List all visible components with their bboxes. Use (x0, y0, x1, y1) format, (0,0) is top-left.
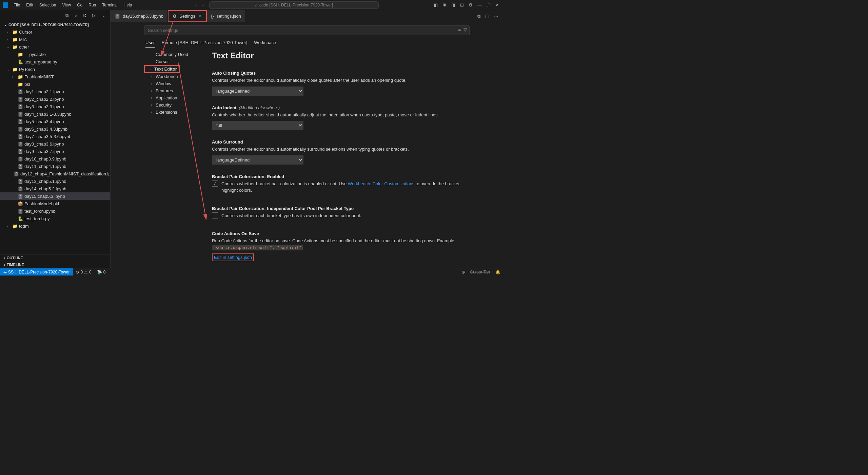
notifications-icon[interactable]: 🔔 (493, 270, 503, 274)
remote-indicator[interactable]: ⇋ SSH: DELL-Precision-7920-Tower (0, 268, 73, 276)
scope-tab[interactable]: User (145, 40, 155, 48)
menu-help[interactable]: Help (121, 1, 135, 9)
chevron-icon: ⌄ (7, 45, 11, 49)
new-tab-icon[interactable]: ⧉ (477, 14, 480, 19)
menu-go[interactable]: Go (74, 1, 85, 9)
menu-run[interactable]: Run (86, 1, 99, 9)
explorer-title[interactable]: CODE [SSH: DELL-PRECISION-7920-TOWER] (0, 21, 110, 28)
toc-item[interactable]: Cursor (144, 58, 202, 65)
split-editor-icon[interactable]: ▢ (485, 14, 489, 19)
setting-checkbox[interactable] (212, 180, 218, 187)
tree-item[interactable]: 📦FashionModel.pkl (0, 200, 110, 207)
close-tab-icon[interactable]: ✕ (198, 14, 202, 19)
tree-item[interactable]: 📁__pycache__ (0, 51, 110, 58)
debug-icon[interactable]: ▷ (92, 13, 96, 18)
timeline-section[interactable]: TIMELINE (0, 261, 110, 268)
zoom-icon[interactable]: ⊕ (459, 270, 468, 274)
tree-item[interactable]: 📓day12_chap4_FashionMNIST_classification… (0, 170, 110, 177)
tree-item[interactable]: ⌄📁PyTorch (0, 65, 110, 73)
maximize-icon[interactable]: ▢ (487, 2, 491, 7)
toc-item[interactable]: ›Application (144, 94, 202, 101)
chevron-right-icon (4, 263, 5, 267)
toc-item[interactable]: ›Text Editor (144, 65, 180, 73)
chevron-right-icon: › (151, 103, 154, 107)
menu-edit[interactable]: Edit (23, 1, 36, 9)
tree-item[interactable]: ›📁Cursor (0, 28, 110, 36)
toc-item[interactable]: ›Workbench (144, 73, 202, 80)
tree-item[interactable]: ›📁MIA (0, 36, 110, 43)
close-window-icon[interactable]: ✕ (495, 2, 499, 7)
ports-status[interactable]: 📡0 (94, 270, 108, 274)
problems-status[interactable]: ⊘0 ⚠0 (73, 270, 94, 274)
toc-item[interactable]: ›Security (144, 101, 202, 109)
setting-select[interactable]: languageDefined (212, 87, 303, 96)
tree-item[interactable]: 📓day14_chap5.2.ipynb (0, 185, 110, 192)
tree-item[interactable]: 📓day3_chap2.3.ipynb (0, 103, 110, 110)
tree-item[interactable]: 📓test_torch.ipynb (0, 207, 110, 215)
tree-item[interactable]: ›📁tqdm (0, 222, 110, 230)
edit-in-settings-json-link[interactable]: Edit in settings.json (212, 253, 254, 261)
tree-item[interactable]: 📓day7_chap3.5-3.6.ipynb (0, 133, 110, 140)
layout-sidebar-right-icon[interactable]: ◨ (451, 2, 455, 7)
tree-item[interactable]: ›📁pkl (0, 80, 110, 88)
settings-search-input[interactable] (144, 25, 470, 35)
menu-file[interactable]: File (11, 1, 23, 9)
tree-item[interactable]: 📓day9_chap3.7.ipynb (0, 148, 110, 155)
cursor-tab-status[interactable]: Cursor Tab (468, 270, 493, 274)
setting-title: Auto Indent (Modified elsewhere) (212, 105, 470, 110)
toc-item[interactable]: Commonly Used (144, 51, 202, 58)
new-file-icon[interactable]: ⧉ (65, 13, 68, 18)
nav-forward-icon[interactable]: → (201, 2, 205, 7)
tree-label: day7_chap3.5-3.6.ipynb (24, 134, 72, 139)
tree-label: day9_chap3.7.ipynb (24, 149, 64, 154)
tree-item[interactable]: ⌄📁other (0, 43, 110, 51)
search-icon[interactable]: ⌕ (75, 13, 77, 18)
tree-item[interactable]: 🐍test_torch.py (0, 215, 110, 222)
minimize-icon[interactable]: — (477, 2, 482, 7)
layout-panel-icon[interactable]: ▣ (442, 2, 447, 7)
tree-item[interactable]: 📓day5_chap3.4.ipynb (0, 118, 110, 125)
source-control-icon[interactable]: ⑆ (83, 13, 86, 18)
chevron-right-icon: › (151, 75, 154, 78)
editor-tab[interactable]: ⚙Settings✕ (168, 10, 207, 22)
menu-view[interactable]: View (59, 1, 74, 9)
tree-item[interactable]: 🐍test_argparse.py (0, 58, 110, 65)
menu-terminal[interactable]: Terminal (99, 1, 120, 9)
scope-tab[interactable]: Remote [SSH: DELL-Precision-7920-Tower] (161, 40, 247, 48)
clear-search-icon[interactable]: ≡ (458, 27, 461, 32)
tree-item[interactable]: 📓day13_chap5.1.ipynb (0, 177, 110, 185)
tree-item[interactable]: 📓day11_chap4.1.ipynb (0, 163, 110, 170)
editor-tab[interactable]: {}settings.json (207, 10, 245, 22)
tree-item[interactable]: 📓day10_chap3.9.ipynb (0, 155, 110, 163)
tree-item[interactable]: 📓day4_chap3.1-3.3.ipynb (0, 110, 110, 118)
tree-label: test_torch.ipynb (24, 209, 56, 214)
more-actions-icon[interactable]: ⋯ (494, 14, 498, 19)
toc-item[interactable]: ›Extensions (144, 109, 202, 116)
toc-item[interactable]: ›Features (144, 87, 202, 94)
setting-select[interactable]: full (212, 121, 303, 130)
explorer-sidebar: ⧉ ⌕ ⑆ ▷ ⌄ CODE [SSH: DELL-PRECISION-7920… (0, 10, 111, 268)
tree-item[interactable]: 📓day2_chap2.2.ipynb (0, 95, 110, 103)
setting-select[interactable]: languageDefined (212, 155, 303, 165)
menu-selection[interactable]: Selection (37, 1, 59, 9)
toc-item[interactable]: ›Window (144, 80, 202, 87)
layout-sidebar-left-icon[interactable]: ◧ (434, 2, 438, 7)
gear-icon[interactable]: ⚙ (469, 2, 473, 7)
workbench-color-link[interactable]: Workbench: Color Customizations (348, 181, 414, 186)
tree-item[interactable]: 📓day8_chap3.6.ipynb (0, 140, 110, 148)
filter-icon[interactable]: ▽ (463, 27, 467, 32)
nav-back-icon[interactable]: ← (194, 2, 198, 7)
editor-tab[interactable]: 📓day15.chap5.3.ipynb (111, 10, 168, 22)
tree-item[interactable]: ›📁FashionMNIST (0, 73, 110, 80)
more-icon[interactable]: ⌄ (102, 13, 105, 18)
tree-item[interactable]: 📓day1_chap2.1.ipynb (0, 88, 110, 95)
customize-layout-icon[interactable]: ⊞ (460, 2, 464, 7)
chevron-right-icon: › (151, 82, 154, 86)
command-center[interactable]: ⌕ code [SSH: DELL-Precision-7920-Tower] (209, 1, 379, 9)
outline-section[interactable]: OUTLINE (0, 254, 110, 261)
nb-icon: 📓 (18, 127, 23, 132)
setting-checkbox[interactable] (212, 212, 218, 218)
tree-item[interactable]: 📓day6_chap3.4.3.ipynb (0, 125, 110, 133)
tree-item[interactable]: 📓day15.chap5.3.ipynb (0, 192, 110, 200)
scope-tab[interactable]: Workspace (254, 40, 276, 48)
